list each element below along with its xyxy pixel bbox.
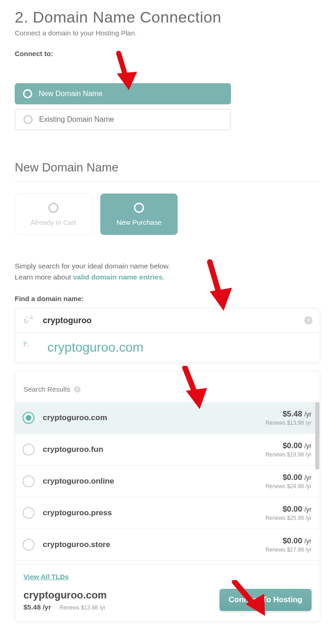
results-header-label: Search Results <box>23 385 70 393</box>
results-header: Search Results i <box>15 371 320 402</box>
tab-already-in-cart[interactable]: Already in Cart <box>15 194 92 235</box>
radio-icon <box>23 115 33 124</box>
page-subtitle: Connect a domain to your Hosting Plan. <box>15 29 320 37</box>
selected-domain-name: cryptoguroo.com <box>23 589 107 601</box>
connect-to-hosting-button[interactable]: Connect To Hosting <box>219 589 312 611</box>
view-all-tlds-link[interactable]: View All TLDs <box>23 573 312 581</box>
result-row[interactable]: cryptoguroo.online$0.00 /yrRenews $24.98… <box>15 465 320 497</box>
result-price: $0.00 <box>283 441 302 450</box>
result-radio[interactable] <box>23 539 35 551</box>
search-row: →a↻ ✕ <box>15 308 320 333</box>
per-year: /yr <box>304 474 312 481</box>
selected-renews: Renews $13.98 /yr <box>59 604 105 611</box>
tab-label: New Purchase <box>116 218 162 226</box>
option-label: Existing Domain Name <box>39 115 114 124</box>
tab-new-purchase[interactable]: New Purchase <box>100 194 178 235</box>
results-card: Search Results i cryptoguroo.com$5.48 /y… <box>15 371 320 621</box>
find-domain-label: Find a domain name: <box>15 295 320 302</box>
result-price: $5.48 <box>283 410 302 418</box>
input-prefix-icon: →a↻ <box>23 315 35 326</box>
clear-icon[interactable]: ✕ <box>304 316 312 325</box>
option-new-domain[interactable]: New Domain Name <box>15 83 231 104</box>
result-price: $0.00 <box>283 473 302 482</box>
divider <box>15 181 320 182</box>
result-row[interactable]: cryptoguroo.store$0.00 /yrRenews $27.98 … <box>15 529 320 560</box>
help-line1: Simply search for your ideal domain name… <box>15 262 170 270</box>
results-footer: View All TLDs cryptoguroo.com $5.48 /yr … <box>15 564 320 621</box>
option-existing-domain[interactable]: Existing Domain Name <box>15 109 231 130</box>
result-row[interactable]: cryptoguroo.press$0.00 /yrRenews $25.98 … <box>15 497 320 529</box>
result-renews: Renews $25.98 /yr <box>266 515 312 521</box>
result-row[interactable]: cryptoguroo.fun$0.00 /yrRenews $19.98 /y… <box>15 433 320 465</box>
result-renews: Renews $24.98 /yr <box>266 483 312 490</box>
tab-label: Already in Cart <box>30 218 76 226</box>
result-row[interactable]: cryptoguroo.com$5.48 /yrRenews $13.98 /y… <box>15 402 320 433</box>
result-renews: Renews $13.98 /yr <box>266 420 312 426</box>
result-name: cryptoguroo.press <box>43 508 112 518</box>
help-line2-suffix: . <box>162 273 164 281</box>
info-icon[interactable]: i <box>74 386 81 393</box>
radio-icon <box>134 203 144 213</box>
search-card: →a↻ ✕ îª. cryptoguroo.com <box>15 308 320 363</box>
help-line2-prefix: Learn more about <box>15 273 73 281</box>
per-year: /yr <box>304 506 312 513</box>
per-year: /yr <box>304 537 312 545</box>
connect-to-label: Connect to: <box>15 50 320 57</box>
valid-entries-link[interactable]: valid domain name entries <box>73 273 163 281</box>
result-name: cryptoguroo.store <box>43 540 110 549</box>
result-name: cryptoguroo.online <box>43 477 114 486</box>
result-radio[interactable] <box>23 444 35 456</box>
results-list: cryptoguroo.com$5.48 /yrRenews $13.98 /y… <box>15 402 320 564</box>
result-row-clipped[interactable]: cryptoguroo.space $0.00 /yr <box>15 560 320 564</box>
radio-icon <box>23 89 32 98</box>
result-renews: Renews $19.98 /yr <box>266 451 312 458</box>
option-label: New Domain Name <box>39 90 103 98</box>
suggestion-prefix-icon: îª. <box>23 342 35 353</box>
result-radio[interactable] <box>23 412 35 424</box>
result-name: cryptoguroo.com <box>43 413 107 422</box>
suggestion-row[interactable]: îª. cryptoguroo.com <box>15 333 320 362</box>
help-text: Simply search for your ideal domain name… <box>15 261 320 283</box>
scrollbar-thumb[interactable] <box>315 402 319 469</box>
page-title: 2. Domain Name Connection <box>15 8 320 26</box>
result-price: $0.00 <box>283 536 302 545</box>
result-radio[interactable] <box>23 507 35 519</box>
result-price: $0.00 <box>283 505 302 513</box>
section-title: New Domain Name <box>15 160 320 175</box>
selected-price: $5.48 /yr <box>23 603 51 611</box>
radio-icon <box>48 203 58 213</box>
result-radio[interactable] <box>23 475 35 487</box>
per-year: /yr <box>304 442 312 450</box>
per-year: /yr <box>304 410 312 418</box>
suggestion-text: cryptoguroo.com <box>47 340 144 355</box>
result-name: cryptoguroo.fun <box>43 445 103 454</box>
result-renews: Renews $27.98 /yr <box>266 547 312 553</box>
domain-search-input[interactable] <box>43 316 312 325</box>
